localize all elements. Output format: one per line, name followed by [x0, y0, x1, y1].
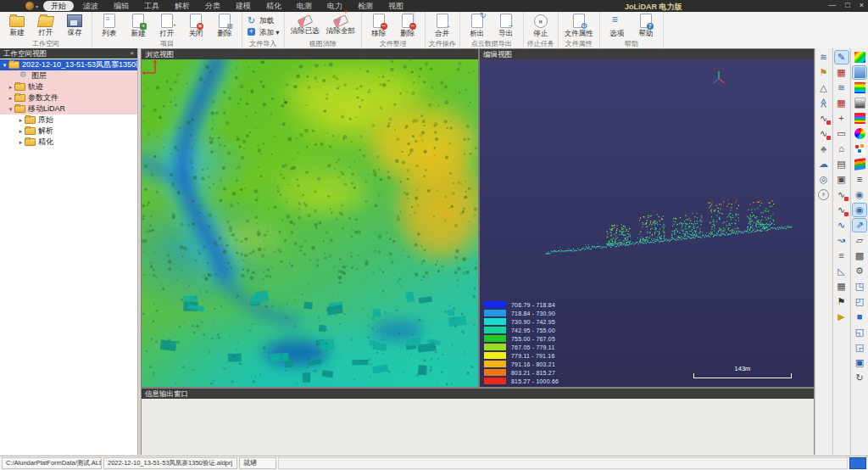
doc-icon[interactable]: ▤ [835, 158, 849, 171]
cube-fill-icon[interactable]: ■ [853, 311, 866, 323]
ribbon-button-load-file[interactable]: 加载 [245, 15, 281, 26]
tree-item[interactable]: ▾ 移动LiDAR [0, 104, 137, 115]
ribbon-button-new-workspace[interactable]: 新建 [3, 13, 31, 40]
close-button[interactable]: × [860, 1, 864, 9]
point-cloud-canvas[interactable]: 706.79 - 718.84 718.84 - 730.90 730.90 -… [480, 59, 814, 387]
gear-icon[interactable]: ⚙ [853, 265, 866, 277]
profile-b-icon[interactable]: ∿ [835, 204, 849, 216]
tree-expander-icon[interactable]: ▸ [17, 128, 25, 135]
lasso-icon[interactable]: ▱ [853, 234, 866, 247]
tree-item[interactable]: ▾ 2022-12-10_13-51-53凤凰寨1350验证.aldprj [0, 59, 137, 70]
chevrons-icon[interactable]: ≪ [817, 97, 831, 109]
polygon-select-icon[interactable]: ⌂ [835, 143, 849, 155]
menu-tab[interactable]: 电测 [289, 1, 320, 11]
measure-icon[interactable]: ⇗ [853, 219, 866, 232]
menu-tab[interactable]: 解析 [167, 1, 198, 11]
color-wheel-icon[interactable] [853, 127, 866, 140]
flag-icon[interactable]: ⚑ [817, 66, 831, 79]
app-logo-icon[interactable] [25, 2, 34, 10]
grid-all-icon[interactable]: ▦ [835, 97, 849, 109]
grid-icon[interactable]: ▦ [835, 280, 849, 293]
select-tool-icon[interactable]: ✎ [835, 51, 849, 64]
ribbon-button-help[interactable]: 帮助 [632, 13, 660, 40]
slope-icon[interactable]: ◺ [835, 265, 849, 277]
move-icon[interactable]: + [835, 112, 849, 125]
ribbon-button-delete-file[interactable]: 删除 [393, 13, 422, 40]
pylon-icon[interactable]: △ [817, 81, 831, 94]
ribbon-button-options[interactable]: 选项 [603, 13, 632, 40]
menu-tab[interactable]: 精化 [259, 1, 289, 11]
tree-expander-icon[interactable]: ▾ [7, 106, 14, 113]
ribbon-button-new-project[interactable]: 新建 [124, 13, 153, 40]
grid-select-icon[interactable]: ▦ [835, 66, 849, 79]
ribbon-button-save-workspace[interactable]: 保存 [60, 13, 89, 40]
cube-iso-icon[interactable]: ▣ [853, 356, 866, 369]
checker-icon[interactable]: ▩ [853, 249, 866, 262]
cube-left-icon[interactable]: ◱ [853, 326, 866, 339]
flag-tool-icon[interactable]: ⚑ [835, 295, 849, 308]
tree-item[interactable]: 图层 [0, 70, 137, 81]
ribbon-button-close-project[interactable]: 关闭 [181, 13, 210, 40]
workspace-close-icon[interactable]: × [130, 48, 134, 59]
colormap-icon[interactable] [853, 51, 866, 64]
profile-select-icon[interactable]: ∿ [817, 112, 831, 125]
contour-colors-icon[interactable] [853, 158, 866, 171]
rgb-dots-icon[interactable] [853, 143, 866, 155]
tree-expander-icon[interactable]: ▸ [17, 117, 25, 124]
ribbon-button-extract-points[interactable]: 析出 [463, 13, 492, 40]
elevation-map-canvas[interactable] [142, 59, 478, 387]
logo-caret-icon[interactable]: ▾ [36, 3, 38, 9]
ribbon-button-delete-project[interactable]: 删除 [210, 13, 239, 40]
menu-tab[interactable]: 滤波 [75, 1, 106, 11]
ribbon-button-remove-file[interactable]: 移除 [364, 13, 393, 40]
rect-select-icon[interactable]: ▭ [835, 127, 849, 140]
tree-expander-icon[interactable]: ▾ [1, 62, 8, 69]
tree-item[interactable]: ▸ 精化 [0, 137, 137, 148]
ribbon-button-add-file[interactable]: 添加 ▾ [245, 27, 281, 38]
ribbon-button-file-properties[interactable]: 文件属性 [561, 13, 597, 40]
profile-edit-icon[interactable]: ∿ [817, 127, 831, 140]
menu-tab[interactable]: 建模 [228, 1, 259, 11]
blue-map-icon[interactable] [853, 66, 866, 79]
tree-item[interactable]: ▸ 参数文件 [0, 92, 137, 104]
gray-ramp-icon[interactable] [853, 97, 866, 109]
tree-expander-icon[interactable]: ▸ [7, 95, 14, 102]
cloud-icon[interactable]: ☁ [817, 158, 831, 171]
canopy-icon[interactable]: ♣ [817, 143, 831, 155]
ribbon-button-open-project[interactable]: 打开 [153, 13, 181, 40]
menu-tab[interactable]: 检测 [350, 1, 381, 11]
stack-icon[interactable]: ≡ [853, 173, 866, 186]
tree-item[interactable]: ▸ 轨迹 [0, 81, 137, 92]
curve-arrow-icon[interactable]: ↝ [835, 234, 849, 247]
tree-expander-icon[interactable]: ▸ [17, 139, 25, 146]
ribbon-button-export-points[interactable]: 导出 [492, 13, 520, 40]
ribbon-button-clear-all[interactable]: 清除全部 [323, 13, 359, 40]
cube-right-icon[interactable]: ◲ [853, 341, 866, 354]
ribbon-button-stop-task[interactable]: 停止 [526, 13, 555, 40]
elevation-ramp-icon[interactable] [853, 81, 866, 94]
cube-top-icon[interactable]: ◳ [853, 280, 866, 293]
class-colors-icon[interactable] [853, 112, 866, 125]
minimize-button[interactable]: — [828, 1, 836, 9]
menu-tab[interactable]: 工具 [136, 1, 167, 11]
menu-tab[interactable]: 编辑 [106, 1, 136, 11]
ribbon-button-merge-files[interactable]: 合并 [428, 13, 457, 40]
eye-icon[interactable]: ◉ [853, 188, 866, 201]
tree-item[interactable]: ▸ 原始 [0, 115, 137, 126]
layers-icon[interactable]: ≋ [817, 51, 831, 64]
search-doc-icon[interactable]: ◎ [817, 173, 831, 186]
eye-2-icon[interactable]: ◉ [853, 204, 866, 216]
cube-front-icon[interactable]: ◰ [853, 295, 866, 308]
curve-icon[interactable]: ∿ [835, 219, 849, 232]
tree-expander-icon[interactable]: ▸ [7, 84, 14, 91]
pause-tool-icon[interactable]: Ⅱ [817, 188, 831, 201]
ribbon-button-clear-selected[interactable]: 清除已选 [287, 13, 323, 40]
copy-icon[interactable]: ▣ [835, 173, 849, 186]
profile-a-icon[interactable]: ∿ [835, 188, 849, 201]
menu-tab[interactable]: 分类 [198, 1, 228, 11]
ribbon-button-open-workspace[interactable]: 打开 [31, 13, 60, 40]
ruler-icon[interactable]: ≡ [835, 249, 849, 262]
ribbon-button-project-list[interactable]: 列表 [95, 13, 124, 40]
output-panel-content[interactable] [142, 399, 814, 455]
cursor-icon[interactable]: ▶ [835, 311, 849, 323]
